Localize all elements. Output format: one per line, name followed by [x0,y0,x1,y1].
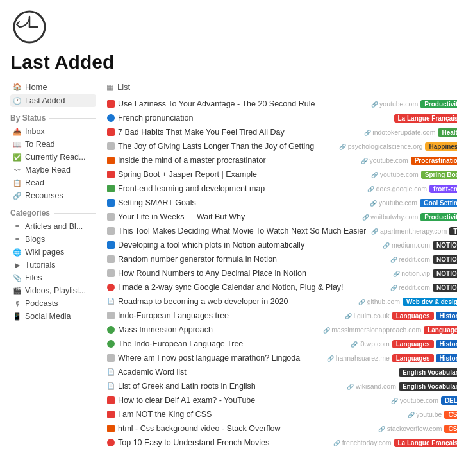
entry-title[interactable]: Mass Immersion Approach [118,325,318,334]
sidebar-item-home[interactable]: 🏠 Home [10,80,96,94]
list-item: This Tool Makes Deciding What Movie To W… [104,224,457,238]
entry-source: psychologicalscience.org [339,142,422,150]
list-item: html - Css background video - Stack Over… [104,421,457,436]
sidebar-item-inbox[interactable]: 📥 Inbox [10,125,96,138]
tag: La Langue Française [394,439,457,447]
top-bar [0,0,457,46]
entry-source: reddit.com [366,255,430,263]
entry-title[interactable]: Where am I now post language marathon? L… [118,353,320,362]
sidebar-item-social[interactable]: 📱 Social Media [10,310,96,323]
list-item: Where am I now post language marathon? L… [104,351,457,365]
entries-list: Use Laziness To Your Advantage - The 20 … [104,97,457,450]
entry-source: youtube.com [374,396,438,404]
tags-container: La Langue Française [394,114,457,123]
tag: Languages [392,312,434,320]
entry-icon [106,339,115,348]
tags-container: Productivity [420,100,457,108]
tag: TV [449,227,457,235]
entry-title[interactable]: Roadmap to becoming a web developer in 2… [118,297,331,306]
entry-title[interactable]: Use Laziness To Your Advantage - The 20 … [118,99,349,108]
list-item: Indo-European Languages tree i.guim.co.u… [104,309,457,323]
sidebar-item-wiki[interactable]: 🌐 Wiki pages [10,246,96,259]
entry-title[interactable]: Developing a tool which plots in Notion … [118,241,361,250]
tags-container: English Vocabulary [399,382,457,391]
by-status-header: By Status [10,114,96,123]
sidebar-item-recourses[interactable]: 🔗 Recourses [10,189,96,202]
tags-container: Procrastination [411,157,457,165]
sidebar-item-videos[interactable]: 🎬 Videos, Playlist... [10,284,96,297]
list-item: The Joy of Giving Lasts Longer Than the … [104,139,457,153]
tag: Languages [424,326,457,334]
sidebar-item-currently-read[interactable]: ✅ Currently Read... [10,151,96,164]
list-item: Spring Boot + Jasper Report | Example yo… [104,167,457,182]
entry-source: reddit.com [366,284,430,291]
entry-source: wikisand.com [332,382,396,390]
tags-container: DELF [441,396,457,405]
entry-icon [106,156,115,165]
social-icon: 📱 [13,312,22,321]
tag: NOTION [433,241,457,250]
sidebar-item-to-read[interactable]: 📖 To Read [10,138,96,151]
entry-title[interactable]: The Indo-European Language Tree [118,339,320,348]
entry-title[interactable]: 7 Bad Habits That Make You Feel Tired Al… [118,128,359,137]
tags-container: Spring Boot [421,171,457,179]
entry-title[interactable]: List of Greek and Latin roots in English [118,382,327,391]
entry-title[interactable]: Your Life in Weeks — Wait But Why [118,212,349,221]
entry-title[interactable]: The Joy of Giving Lasts Longer Than the … [118,142,334,151]
entry-title[interactable]: How Round Numbers to Any Decimal Place i… [118,269,361,278]
tags-container: NOTION [433,241,457,250]
entry-title[interactable]: Top 10 Easy to Understand French Movies [118,438,322,447]
tags-container: Goal Setting [420,199,457,207]
sidebar-item-podcasts[interactable]: 🎙 Podcasts [10,297,96,310]
entry-icon [106,142,115,151]
entry-title[interactable]: How to clear Delf A1 exam? - YouTube [118,396,369,405]
entry-title[interactable]: html - Css background video - Stack Over… [118,424,372,433]
entry-icon: 📄 [106,297,115,306]
files-icon: 📎 [13,273,22,282]
sidebar-item-tutorials[interactable]: ▶ Tutorials [10,259,96,271]
entry-icon [106,198,115,207]
sidebar: 🏠 Home 🕐 Last Added By Status 📥 Inbox 📖 … [5,80,101,476]
entry-title[interactable]: French pronunciation [118,114,392,123]
entry-title[interactable]: I am NOT the King of CSS [118,410,372,419]
tag: English Vocabulary [399,382,457,391]
entry-title[interactable]: Indo-European Languages tree [118,311,320,320]
list-item: Front-end learning and development map d… [104,182,457,196]
entry-icon: 📄 [106,368,115,377]
tag: CSS [444,425,457,433]
sidebar-item-read[interactable]: 📋 Read [10,176,96,189]
entry-icon [106,226,115,235]
entry-title[interactable]: Spring Boot + Jasper Report | Example [118,170,349,179]
entry-icon [106,311,115,320]
entry-source: medium.com [366,241,430,249]
tag: Goal Setting [420,199,457,207]
content-area: ▦ List Use Laziness To Your Advantage - … [101,80,457,476]
tag: History [436,312,457,320]
entry-title[interactable]: Academic Word list [118,368,396,377]
list-item: Inside the mind of a master procrastinat… [104,153,457,167]
sidebar-item-blogs[interactable]: ≡ Blogs [10,233,96,246]
sidebar-item-maybe-read[interactable]: 〰 Maybe Read [10,164,96,176]
entry-source: notion.vip [366,269,430,277]
tag: DELF [441,396,457,405]
entry-icon [106,170,115,179]
entry-icon [106,269,115,278]
tag: La Langue Française [394,114,457,123]
entry-title[interactable]: Random number generator formula in Notio… [118,255,361,264]
tag: CSS [444,411,457,419]
entry-title[interactable]: Setting SMART Goals [118,198,348,207]
list-item: How Round Numbers to Any Decimal Place i… [104,266,457,280]
entry-title[interactable]: This Tool Makes Deciding What Movie To W… [118,226,366,235]
entry-title[interactable]: Inside the mind of a master procrastinat… [118,156,339,165]
entry-title[interactable]: I made a 2-way sync Google Calendar and … [118,283,361,292]
list-item: Mass Immersion Approach massimmersionapp… [104,323,457,337]
entry-title[interactable]: Front-end learning and development map [118,184,358,193]
sidebar-item-files[interactable]: 📎 Files [10,271,96,284]
entry-icon [106,438,115,447]
tags-container: front-end [429,185,457,193]
entry-icon [106,114,115,123]
list-header: ▦ List [104,80,457,97]
sidebar-item-last-added[interactable]: 🕐 Last Added [10,94,96,107]
sidebar-item-articles[interactable]: ≡ Articles and Bl... [10,220,96,233]
entry-icon: 📄 [106,382,115,391]
